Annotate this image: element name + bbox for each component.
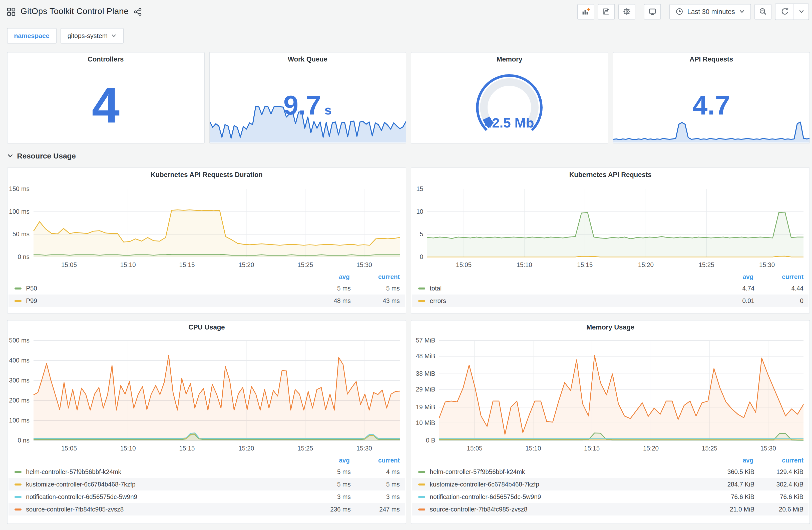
refresh-button[interactable] (775, 4, 794, 19)
legend-series-name[interactable]: kustomize-controller-6c6784b468-7kzfp (430, 481, 539, 488)
svg-text:10 MiB: 10 MiB (416, 419, 435, 426)
legend-series-name[interactable]: errors (430, 297, 446, 304)
refresh-button-group (775, 3, 809, 20)
svg-text:400 ms: 400 ms (9, 357, 30, 364)
page-title: GitOps Toolkit Control Plane (20, 6, 129, 16)
legend-row: source-controller-7fb84fc985-zvsz821.0 M… (412, 503, 809, 515)
section-resource-usage[interactable]: Resource Usage (0, 144, 812, 161)
legend-column-current[interactable]: current (753, 457, 803, 464)
legend-column-avg[interactable]: avg (302, 274, 350, 280)
legend-series-name[interactable]: total (430, 285, 441, 292)
svg-text:15:10: 15:10 (120, 261, 136, 268)
chevron-down-icon (739, 9, 745, 15)
grafana-dashboard: GitOps Toolkit Control Plane (0, 0, 812, 530)
variable-value-dropdown[interactable]: gitops-system (60, 28, 124, 44)
legend-series-name[interactable]: source-controller-7fb84fc985-zvsz8 (430, 506, 527, 513)
panel-memory-usage: Memory Usage 15:0515:1015:1515:2015:2515… (411, 320, 810, 524)
legend-series-name[interactable]: notification-controller-6d56575dc-5w9n9 (430, 493, 541, 500)
stat-panel-work-queue: Work Queue 9.7s (209, 52, 406, 144)
legend-column-current[interactable]: current (753, 274, 803, 280)
panel-title[interactable]: API Requests (613, 53, 810, 65)
legend-column-avg[interactable]: avg (302, 457, 350, 464)
panel-title[interactable]: Memory (411, 53, 608, 65)
panel-title[interactable]: Work Queue (209, 53, 406, 65)
time-range-picker[interactable]: Last 30 minutes (669, 4, 751, 19)
clock-icon (675, 8, 683, 15)
legend-row: P505 ms5 ms (9, 282, 405, 294)
legend-series-name[interactable]: P99 (26, 297, 37, 304)
legend-current-value: 0 (754, 297, 803, 304)
legend-row: source-controller-7fb84fc985-zvsz8236 ms… (9, 503, 405, 515)
legend-swatch (15, 471, 21, 473)
panel-k8s-api-requests-duration: Kubernetes API Requests Duration 15:0515… (7, 167, 406, 313)
legend-avg-value: 48 ms (304, 297, 351, 304)
svg-text:15:20: 15:20 (238, 261, 254, 268)
legend-series-name[interactable]: notification-controller-6d56575dc-5w9n9 (26, 493, 137, 500)
stat-value: 4 (8, 80, 204, 130)
legend-series-name[interactable]: helm-controller-57f9b56bbf-k24mk (26, 468, 121, 475)
stat-value: 9.7s (209, 91, 406, 118)
svg-text:15:25: 15:25 (699, 261, 714, 268)
panel-title[interactable]: Kubernetes API Requests (411, 168, 810, 181)
legend-current-value: 20.6 MiB (754, 506, 803, 513)
dashboard-grid-icon[interactable] (7, 7, 15, 16)
share-icon[interactable] (134, 7, 142, 16)
panel-cpu-usage: CPU Usage 15:0515:1015:1515:2015:2515:30… (7, 320, 406, 524)
panel-title[interactable]: CPU Usage (8, 321, 406, 334)
svg-text:100 ms: 100 ms (9, 208, 30, 215)
stat-unit: s (324, 103, 332, 118)
legend: avgcurrentP505 ms5 msP9948 ms43 ms (8, 272, 406, 307)
time-range-label: Last 30 minutes (687, 8, 735, 15)
legend-column-avg[interactable]: avg (706, 457, 753, 464)
header-bar: GitOps Toolkit Control Plane (0, 0, 812, 23)
svg-text:15:05: 15:05 (456, 261, 472, 268)
svg-text:38 MiB: 38 MiB (416, 370, 435, 377)
refresh-interval-dropdown[interactable] (794, 4, 809, 19)
panel-title[interactable]: Memory Usage (411, 321, 810, 334)
legend-header: avgcurrent (9, 272, 405, 282)
legend-series-name[interactable]: source-controller-7fb84fc985-zvsz8 (26, 506, 124, 513)
variable-name-chip[interactable]: namespace (7, 28, 57, 44)
panel-title[interactable]: Kubernetes API Requests Duration (8, 168, 406, 181)
zoom-out-button[interactable] (754, 4, 771, 19)
time-series-chart[interactable]: 15:0515:1015:1515:2015:2515:30500 ms400 … (8, 334, 406, 455)
panel-title[interactable]: Controllers (8, 53, 204, 65)
legend: avgcurrenttotal4.744.44errors0.010 (411, 272, 810, 307)
svg-text:15:10: 15:10 (120, 445, 136, 452)
legend-column-current[interactable]: current (350, 457, 400, 464)
legend-column-avg[interactable]: avg (706, 274, 753, 280)
chevron-down-icon (7, 152, 14, 159)
dashboard-settings-button[interactable] (618, 4, 635, 19)
time-series-chart[interactable]: 15:0515:1015:1515:2015:2515:3057 MiB48 M… (411, 334, 810, 455)
svg-text:15:15: 15:15 (584, 445, 600, 452)
svg-text:0 ns: 0 ns (18, 437, 30, 444)
toolbar: Last 30 minutes (574, 3, 809, 20)
time-series-chart[interactable]: 15:0515:1015:1515:2015:2515:30151050 (411, 181, 810, 271)
legend-header: avgcurrent (412, 272, 809, 282)
legend-series-name[interactable]: kustomize-controller-6c6784b468-7kzfp (26, 481, 135, 488)
svg-text:150 ms: 150 ms (9, 185, 30, 192)
svg-text:48 MiB: 48 MiB (416, 353, 435, 359)
legend-column-current[interactable]: current (350, 274, 400, 280)
add-panel-button[interactable] (577, 4, 594, 19)
panel-k8s-api-requests: Kubernetes API Requests 15:0515:1015:151… (411, 167, 810, 313)
svg-text:19 MiB: 19 MiB (416, 403, 435, 411)
legend-row: notification-controller-6d56575dc-5w9n93… (9, 490, 405, 503)
legend-row: P9948 ms43 ms (9, 294, 405, 307)
save-dashboard-button[interactable] (598, 4, 614, 19)
chevron-down-icon (111, 33, 117, 39)
legend-current-value: 247 ms (351, 506, 400, 513)
svg-text:15:10: 15:10 (517, 261, 532, 268)
svg-text:15:25: 15:25 (702, 445, 717, 452)
legend-swatch (418, 496, 425, 498)
svg-text:15:20: 15:20 (638, 261, 654, 268)
legend-series-name[interactable]: P50 (26, 285, 37, 292)
legend-series-name[interactable]: helm-controller-57f9b56bbf-k24mk (430, 468, 525, 475)
section-title: Resource Usage (17, 151, 76, 160)
svg-text:15:10: 15:10 (525, 445, 541, 452)
legend-swatch (418, 508, 425, 510)
cycle-view-button[interactable] (644, 4, 661, 19)
time-series-chart[interactable]: 15:0515:1015:1515:2015:2515:30150 ms100 … (8, 181, 406, 271)
legend-row: helm-controller-57f9b56bbf-k24mk5 ms4 ms (9, 466, 405, 478)
svg-text:0 B: 0 B (426, 437, 435, 444)
